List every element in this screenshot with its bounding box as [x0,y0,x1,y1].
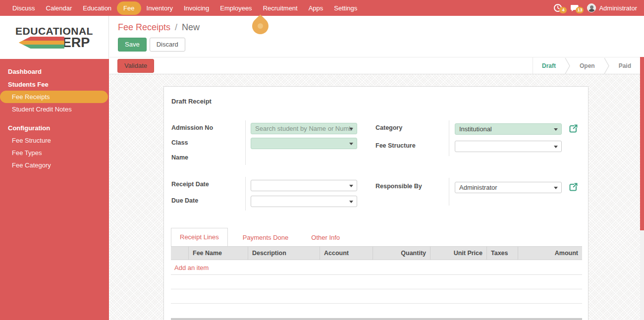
column-header-quantity[interactable]: Quantity [373,247,430,260]
sidebar-section-students-fee[interactable]: Students Fee [0,78,109,91]
sidebar-item-fee-category[interactable]: Fee Category [0,159,109,171]
pencil-icon [19,37,64,49]
external-link-icon[interactable] [568,182,578,192]
nav-item-apps[interactable]: Apps [303,2,329,14]
app-logo[interactable]: EDUCATIONAL ERP [0,16,109,59]
sidebar-item-fee-types[interactable]: Fee Types [0,147,109,159]
onboarding-tip-dot [257,22,265,30]
status-paid[interactable]: Paid [610,62,640,69]
logo-text-erp: ERP [62,37,90,49]
validate-button[interactable]: Validate [117,59,154,73]
field-group-separator [449,120,449,156]
nav-item-employees[interactable]: Employees [215,2,257,14]
form-action-bar: Validate Draft Open Paid [109,57,640,74]
nav-item-recruitment[interactable]: Recruitment [258,2,303,14]
column-header-amount[interactable]: Amount [518,247,582,260]
nav-item-settings[interactable]: Settings [328,2,363,14]
chevron-down-icon [349,143,353,145]
fee-structure-select[interactable] [455,141,562,152]
tab-receipt-lines[interactable]: Receipt Lines [171,228,228,246]
breadcrumb-separator: / [173,22,179,32]
field-group-separator [245,120,246,165]
messages-badge: 13 [576,7,584,13]
name-label: Name [171,154,188,161]
sidebar-section-configuration[interactable]: Configuration [0,121,109,134]
vertical-scrollbar[interactable] [640,57,644,320]
table-header-row: Fee Name Description Account Quantity Un… [171,246,582,260]
field-group-separator [245,177,246,211]
table-empty-row [171,289,582,304]
sidebar-item-fee-receipts[interactable]: Fee Receipts [0,91,108,103]
tab-payments-done[interactable]: Payments Done [235,229,297,246]
add-an-item-link[interactable]: Add an item [174,264,209,271]
form-sheet: Draft Receipt Admission No Search studen… [163,86,589,320]
save-button[interactable]: Save [118,38,147,52]
admission-no-placeholder: Search student by Name or Numb [255,125,353,132]
column-header-unit-price[interactable]: Unit Price [430,247,487,260]
navbar-right-cluster: 4 13 Administrator [553,3,637,12]
activities-menu[interactable]: 4 [553,3,562,12]
messages-menu[interactable]: 13 [570,3,579,12]
responsible-by-label: Responsible By [376,183,422,190]
app-window: Discuss Calendar Education Fee Inventory… [0,0,644,320]
user-menu[interactable]: Administrator [587,3,637,12]
class-select[interactable] [251,138,357,149]
breadcrumb-current: New [182,22,200,32]
category-select[interactable]: Institutional [455,123,562,135]
chevron-down-icon [554,128,558,131]
logo-pencil-row: ERP [19,37,90,49]
form-title: Draft Receipt [171,98,212,105]
due-date-select[interactable] [251,196,357,207]
activities-badge: 4 [559,7,567,13]
column-header-account[interactable]: Account [320,247,373,260]
nav-item-fee[interactable]: Fee [117,1,141,15]
breadcrumb-parent[interactable]: Fee Receipts [118,22,170,32]
breadcrumb: Fee Receipts / New [118,22,200,33]
category-label: Category [376,124,402,131]
fee-structure-label: Fee Structure [376,142,416,149]
record-buttons: Save Discard [118,38,185,52]
receipt-date-select[interactable] [251,180,357,191]
chevron-down-icon [349,201,353,203]
sidebar-item-dashboard[interactable]: Dashboard [0,65,109,78]
notebook-tabs: Receipt Lines Payments Done Other Info [171,227,581,246]
external-link-icon[interactable] [568,124,578,134]
nav-item-invoicing[interactable]: Invoicing [178,2,215,14]
scrollbar-thumb[interactable] [640,57,644,230]
chevron-down-icon [349,185,353,187]
sidebar-item-student-credit-notes[interactable]: Student Credit Notes [0,103,109,115]
responsible-by-value: Administrator [459,184,497,191]
category-value: Institutional [459,125,492,133]
chevron-down-icon [349,128,353,130]
status-draft[interactable]: Draft [533,62,565,69]
section-divider [171,318,582,320]
tab-other-info[interactable]: Other Info [303,229,348,246]
admission-no-label: Admission No [171,124,213,131]
chevron-down-icon [554,146,558,148]
status-open[interactable]: Open [571,62,604,69]
user-avatar [587,3,596,12]
nav-item-calendar[interactable]: Calendar [41,2,78,14]
form-view-background: Draft Receipt Admission No Search studen… [109,74,640,320]
column-header-selector [171,247,189,260]
admission-no-select[interactable]: Search student by Name or Numb [251,123,357,134]
sidebar-item-fee-structure[interactable]: Fee Structure [0,134,109,147]
column-header-taxes[interactable]: Taxes [487,247,518,260]
chevron-right-icon [565,57,571,74]
table-empty-row [171,275,582,289]
onboarding-tip-indicator[interactable] [249,14,272,38]
column-header-description[interactable]: Description [248,247,320,260]
table-add-row: Add an item [171,260,582,275]
due-date-label: Due Date [171,197,198,204]
user-name: Administrator [599,4,637,12]
nav-item-discuss[interactable]: Discuss [7,2,41,14]
receipt-date-label: Receipt Date [171,181,209,188]
chevron-right-icon [604,57,610,74]
nav-item-education[interactable]: Education [77,2,117,14]
sidebar: Dashboard Students Fee Fee Receipts Stud… [0,59,109,320]
column-header-fee-name[interactable]: Fee Name [189,247,248,260]
discard-button[interactable]: Discard [150,38,185,52]
field-group-separator [449,178,449,206]
responsible-by-select[interactable]: Administrator [455,182,562,193]
nav-item-inventory[interactable]: Inventory [141,2,178,14]
